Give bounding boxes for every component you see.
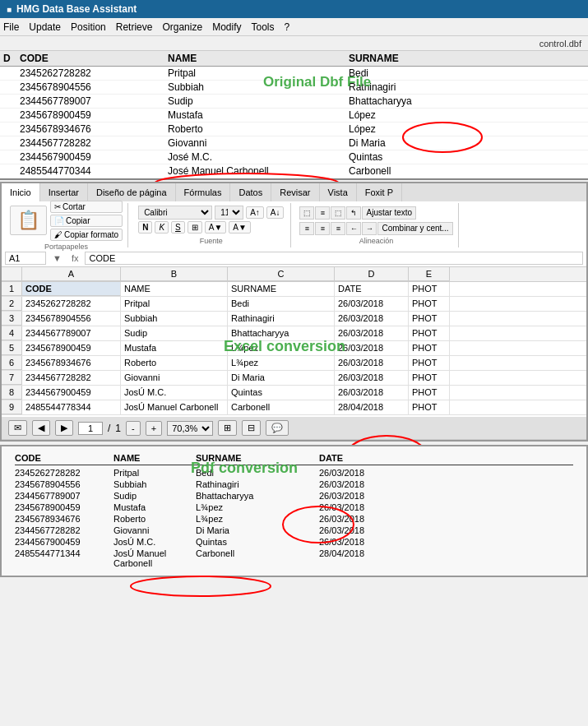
cell-e1[interactable]: PHOT [409, 282, 450, 296]
menu-tools[interactable]: Tools [251, 21, 274, 33]
menu-help[interactable]: ? [285, 21, 290, 33]
spreadsheet-row-1[interactable]: 1 CODE NAME SURNAME DATE PHOT [2, 282, 586, 297]
cell-e3[interactable]: PHOT [409, 312, 450, 326]
grow-font-button[interactable]: A↑ [246, 206, 264, 219]
menu-position[interactable]: Position [71, 21, 106, 33]
email-button[interactable]: ✉ [8, 420, 27, 436]
spreadsheet-row-2[interactable]: 2 2345262728282 Pritpal Bedi 26/03/2018 … [2, 297, 586, 312]
col-header-d[interactable]: D [335, 267, 409, 281]
cell-e9[interactable]: PHOT [409, 400, 450, 414]
align-center-button[interactable]: ≡ [315, 222, 330, 235]
menu-retrieve[interactable]: Retrieve [116, 21, 153, 33]
cell-d5[interactable]: 26/03/2018 [335, 341, 409, 355]
cell-b5[interactable]: Mustafa [121, 341, 228, 355]
bold-button[interactable]: N [138, 221, 152, 234]
fit-page-button[interactable]: ⊞ [218, 420, 237, 436]
page-number-input[interactable] [78, 422, 103, 435]
cell-a5[interactable]: 2345678900459 [22, 341, 121, 355]
text-direction-button[interactable]: ↰ [346, 206, 361, 220]
dbf-row[interactable]: 2345678900459 Mustafa López [0, 109, 588, 123]
cell-c9[interactable]: Carbonell [228, 400, 335, 414]
cell-a2[interactable]: 2345262728282 [22, 297, 121, 311]
border-button[interactable]: ⊞ [188, 221, 202, 234]
cell-b6[interactable]: Roberto [121, 356, 228, 370]
menu-file[interactable]: File [3, 21, 19, 33]
cell-e6[interactable]: PHOT [409, 356, 450, 370]
cell-a1[interactable]: CODE [22, 282, 121, 296]
dbf-row[interactable]: 2345678934676 Roberto López [0, 123, 588, 136]
prev-page-button[interactable]: ◀ [32, 420, 50, 436]
cell-b3[interactable]: Subbiah [121, 312, 228, 326]
col-header-b[interactable]: B [121, 267, 228, 281]
align-top-button[interactable]: ⬚ [299, 206, 314, 220]
comment-button[interactable]: 💬 [266, 420, 289, 436]
cell-d4[interactable]: 26/03/2018 [335, 326, 409, 340]
spreadsheet-row-5[interactable]: 5 2345678900459 Mustafa L¾pez 26/03/2018… [2, 341, 586, 356]
paste-button[interactable]: 📋 [10, 206, 47, 235]
spreadsheet-row-9[interactable]: 9 2485544778344 JosÚ Manuel Carbonell Ca… [2, 400, 586, 415]
font-size-select[interactable]: 11 [215, 206, 243, 220]
cell-b2[interactable]: Pritpal [121, 297, 228, 311]
align-right-button[interactable]: ≡ [331, 222, 345, 235]
align-middle-button[interactable]: ≡ [315, 206, 330, 220]
cell-e2[interactable]: PHOT [409, 297, 450, 311]
cell-a8[interactable]: 2344567900459 [22, 386, 121, 400]
spreadsheet-row-4[interactable]: 4 2344567789007 Sudip Bhattacharyya 26/0… [2, 326, 586, 341]
font-color-button[interactable]: A▼ [229, 221, 251, 234]
cut-button[interactable]: ✂ Cortar [50, 201, 123, 213]
cell-e7[interactable]: PHOT [409, 371, 450, 385]
cell-c6[interactable]: L¾pez [228, 356, 335, 370]
zoom-out-button[interactable]: - [126, 421, 141, 436]
cell-c8[interactable]: Quintas [228, 386, 335, 400]
col-header-c[interactable]: C [228, 267, 335, 281]
increase-indent-button[interactable]: → [362, 222, 377, 235]
underline-button[interactable]: S [171, 221, 185, 234]
cell-d8[interactable]: 26/03/2018 [335, 386, 409, 400]
cell-a9[interactable]: 2485544778344 [22, 400, 121, 414]
cell-c3[interactable]: Rathinagiri [228, 312, 335, 326]
cell-e4[interactable]: PHOT [409, 326, 450, 340]
spreadsheet-row-7[interactable]: 7 2344567728282 Giovanni Di Maria 26/03/… [2, 371, 586, 386]
next-page-button[interactable]: ▶ [55, 420, 73, 436]
dbf-row[interactable]: 2344567789007 Sudip Bhattacharyya [0, 95, 588, 109]
spreadsheet-row-3[interactable]: 3 2345678904556 Subbiah Rathinagiri 26/0… [2, 312, 586, 326]
spreadsheet-row-8[interactable]: 8 2344567900459 JosÚ M.C. Quintas 26/03/… [2, 386, 586, 400]
italic-button[interactable]: K [155, 221, 169, 234]
tab-diseno[interactable]: Diseño de página [88, 183, 176, 201]
cell-d3[interactable]: 26/03/2018 [335, 312, 409, 326]
dbf-row[interactable]: 2344567728282 Giovanni Di Maria [0, 136, 588, 150]
cell-reference-input[interactable] [5, 252, 46, 265]
tab-inicio[interactable]: Inicio [2, 183, 40, 201]
cell-d9[interactable]: 28/04/2018 [335, 400, 409, 414]
cell-b7[interactable]: Giovanni [121, 371, 228, 385]
formula-input[interactable] [85, 252, 583, 265]
font-name-select[interactable]: Calibri [138, 206, 212, 220]
cell-d6[interactable]: 26/03/2018 [335, 356, 409, 370]
align-bottom-button[interactable]: ⬚ [331, 206, 345, 220]
cell-c2[interactable]: Bedi [228, 297, 335, 311]
col-header-a[interactable]: A [22, 267, 121, 281]
tab-vista[interactable]: Vista [320, 183, 357, 201]
copy-button[interactable]: 📄 Copiar [50, 215, 123, 227]
wrap-text-button[interactable]: Ajustar texto [362, 206, 416, 220]
cell-b1[interactable]: NAME [121, 282, 228, 296]
cell-b8[interactable]: JosÚ M.C. [121, 386, 228, 400]
decrease-indent-button[interactable]: ← [346, 222, 361, 235]
cell-d7[interactable]: 26/03/2018 [335, 371, 409, 385]
cell-b9[interactable]: JosÚ Manuel Carbonell [121, 400, 228, 414]
cell-d2[interactable]: 26/03/2018 [335, 297, 409, 311]
cell-c1[interactable]: SURNAME [228, 282, 335, 296]
menu-organize[interactable]: Organize [162, 21, 202, 33]
align-left-button[interactable]: ≡ [299, 222, 314, 235]
cell-a4[interactable]: 2344567789007 [22, 326, 121, 340]
cell-a6[interactable]: 2345678934676 [22, 356, 121, 370]
tab-foxit[interactable]: Foxit P [357, 183, 402, 201]
tab-insertar[interactable]: Insertar [40, 183, 88, 201]
dbf-row[interactable]: 2485544770344 José Manuel Carbonell Carb… [0, 164, 588, 178]
dbf-row[interactable]: 2345678904556 Subbiah Rathinagiri [0, 81, 588, 95]
shrink-font-button[interactable]: A↓ [266, 206, 285, 219]
fit-width-button[interactable]: ⊟ [242, 420, 261, 436]
col-header-e[interactable]: E [409, 267, 450, 281]
tab-datos[interactable]: Datos [230, 183, 271, 201]
cell-c4[interactable]: Bhattacharyya [228, 326, 335, 340]
